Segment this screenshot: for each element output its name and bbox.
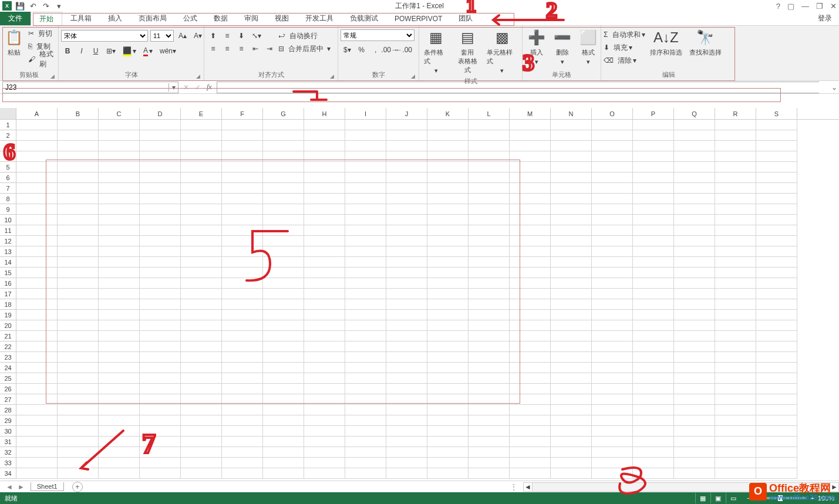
cell-R19[interactable]: [715, 310, 756, 320]
cell-N1[interactable]: [551, 120, 592, 130]
cell-G3[interactable]: [263, 141, 304, 151]
cell-L33[interactable]: [469, 458, 510, 468]
cell-S6[interactable]: [756, 172, 797, 183]
qat-save[interactable]: 💾: [15, 1, 25, 11]
cell-N17[interactable]: [551, 289, 592, 299]
qat-customize[interactable]: ▾: [54, 1, 63, 11]
cell-N29[interactable]: [551, 415, 592, 426]
cell-E2[interactable]: [181, 130, 222, 141]
cell-Q31[interactable]: [674, 437, 715, 447]
cell-Q21[interactable]: [674, 331, 715, 341]
cell-P6[interactable]: [633, 172, 674, 183]
cell-R10[interactable]: [715, 215, 756, 225]
cell-I1[interactable]: [345, 120, 386, 130]
cell-P14[interactable]: [633, 257, 674, 268]
row-header-4[interactable]: 4: [0, 151, 16, 162]
cell-S12[interactable]: [756, 236, 797, 246]
cell-R28[interactable]: [715, 405, 756, 415]
cell-N3[interactable]: [551, 141, 592, 151]
cell-G30[interactable]: [263, 426, 304, 437]
cell-Q12[interactable]: [674, 236, 715, 246]
cell-R23[interactable]: [715, 352, 756, 363]
cell-Q20[interactable]: [674, 320, 715, 331]
cell-B29[interactable]: [58, 415, 99, 426]
cell-C2[interactable]: [99, 130, 140, 141]
cell-R33[interactable]: [715, 458, 756, 468]
cell-F31[interactable]: [222, 437, 263, 447]
cell-S28[interactable]: [756, 405, 797, 415]
cell-L31[interactable]: [469, 437, 510, 447]
cell-P29[interactable]: [633, 415, 674, 426]
cell-D3[interactable]: [140, 141, 181, 151]
cell-S10[interactable]: [756, 215, 797, 225]
row-header-24[interactable]: 24: [0, 363, 16, 373]
cell-R16[interactable]: [715, 278, 756, 289]
cell-S7[interactable]: [756, 183, 797, 194]
cell-A31[interactable]: [16, 437, 58, 447]
cell-N14[interactable]: [551, 257, 592, 268]
cell-F29[interactable]: [222, 415, 263, 426]
expand-formula-bar[interactable]: ⌄: [830, 83, 839, 92]
cell-N31[interactable]: [551, 437, 592, 447]
cell-K2[interactable]: [427, 130, 469, 141]
cell-N4[interactable]: [551, 151, 592, 162]
sheet-tab-1[interactable]: Sheet1: [31, 482, 64, 491]
cell-P2[interactable]: [633, 130, 674, 141]
column-header-O[interactable]: O: [592, 108, 633, 119]
cell-M32[interactable]: [510, 447, 551, 458]
cell-S31[interactable]: [756, 437, 797, 447]
cell-F2[interactable]: [222, 130, 263, 141]
cell-O2[interactable]: [592, 130, 633, 141]
cell-S29[interactable]: [756, 415, 797, 426]
cell-M2[interactable]: [510, 130, 551, 141]
column-header-L[interactable]: L: [469, 108, 510, 119]
cell-N21[interactable]: [551, 331, 592, 341]
cell-D2[interactable]: [140, 130, 181, 141]
cell-Q11[interactable]: [674, 225, 715, 236]
cell-B34[interactable]: [58, 468, 99, 479]
cell-N8[interactable]: [551, 194, 592, 204]
cell-F28[interactable]: [222, 405, 263, 415]
cell-B31[interactable]: [58, 437, 99, 447]
cell-P23[interactable]: [633, 352, 674, 363]
cell-O27[interactable]: [592, 394, 633, 405]
cell-O23[interactable]: [592, 352, 633, 363]
cell-O15[interactable]: [592, 268, 633, 278]
cell-L30[interactable]: [469, 426, 510, 437]
cell-J3[interactable]: [386, 141, 427, 151]
cell-L3[interactable]: [469, 141, 510, 151]
cell-H28[interactable]: [304, 405, 345, 415]
cell-N10[interactable]: [551, 215, 592, 225]
cell-N9[interactable]: [551, 204, 592, 215]
cell-J28[interactable]: [386, 405, 427, 415]
cell-Q18[interactable]: [674, 299, 715, 310]
qat-undo[interactable]: ↶: [28, 1, 38, 11]
cell-N22[interactable]: [551, 341, 592, 352]
cell-N20[interactable]: [551, 320, 592, 331]
cell-Q2[interactable]: [674, 130, 715, 141]
cell-G1[interactable]: [263, 120, 304, 130]
cell-E29[interactable]: [181, 415, 222, 426]
cell-P19[interactable]: [633, 310, 674, 320]
cell-O21[interactable]: [592, 331, 633, 341]
cell-C30[interactable]: [99, 426, 140, 437]
cell-S30[interactable]: [756, 426, 797, 437]
column-header-B[interactable]: B: [58, 108, 99, 119]
column-header-M[interactable]: M: [510, 108, 551, 119]
cell-R31[interactable]: [715, 437, 756, 447]
cell-P4[interactable]: [633, 151, 674, 162]
cell-O13[interactable]: [592, 246, 633, 257]
cell-A3[interactable]: [16, 141, 58, 151]
cell-N32[interactable]: [551, 447, 592, 458]
cell-R7[interactable]: [715, 183, 756, 194]
cell-S13[interactable]: [756, 246, 797, 257]
cell-O9[interactable]: [592, 204, 633, 215]
hscroll-left[interactable]: ◄: [523, 482, 533, 492]
cell-C29[interactable]: [99, 415, 140, 426]
cell-S14[interactable]: [756, 257, 797, 268]
row-header-33[interactable]: 33: [0, 458, 16, 468]
row-header-3[interactable]: 3: [0, 141, 16, 151]
cell-N26[interactable]: [551, 384, 592, 394]
cell-M31[interactable]: [510, 437, 551, 447]
cell-L2[interactable]: [469, 130, 510, 141]
